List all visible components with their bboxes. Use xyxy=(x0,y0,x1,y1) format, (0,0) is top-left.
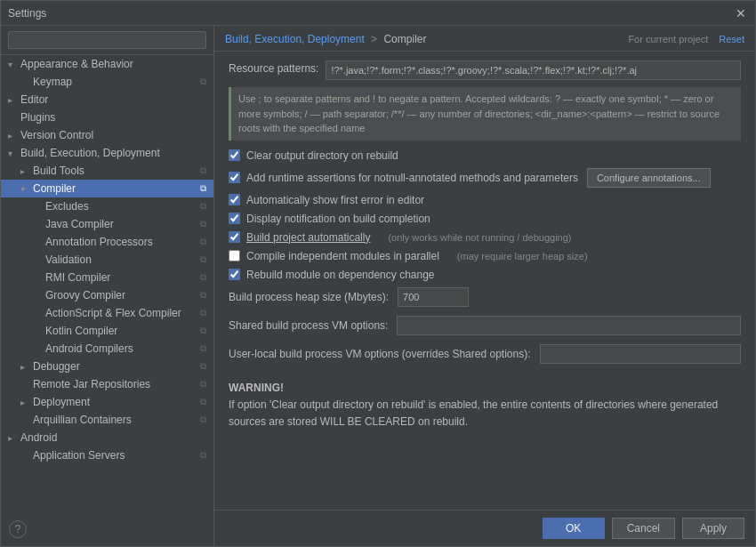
arrow-icon: ▸ xyxy=(20,362,33,372)
checkbox-label-cb2[interactable]: Add runtime assertions for notnull-annot… xyxy=(246,172,578,184)
sidebar-item-version-control[interactable]: ▸Version Control xyxy=(1,126,213,144)
sidebar-item-label: Editor xyxy=(20,93,206,106)
reset-link[interactable]: Reset xyxy=(719,34,744,44)
sidebar-item-label: Java Compiler xyxy=(45,218,197,230)
sidebar-item-compiler[interactable]: ▾Compiler⧉ xyxy=(1,180,213,197)
checkbox-label-cb7[interactable]: Rebuild module on dependency change xyxy=(246,269,435,281)
field-input-f1[interactable] xyxy=(398,287,469,307)
settings-window: Settings ✕ ▾Appearance & BehaviorKeymap⧉… xyxy=(0,0,756,547)
breadcrumb-separator: > xyxy=(371,33,377,45)
sidebar-item-app-servers[interactable]: Application Servers⧉ xyxy=(1,446,213,464)
checkbox-label-cb1[interactable]: Clear output directory on rebuild xyxy=(246,149,398,162)
sidebar-item-label: RMI Compiler xyxy=(45,271,197,284)
field-row-f1: Build process heap size (Mbytes): xyxy=(229,287,741,307)
sidebar-tree: ▾Appearance & BehaviorKeymap⧉▸EditorPlug… xyxy=(1,55,213,546)
sidebar-item-label: Appearance & Behavior xyxy=(20,58,206,70)
window-title: Settings xyxy=(8,7,736,20)
checkbox-row-cb2: Add runtime assertions for notnull-annot… xyxy=(229,168,741,188)
sidebar-item-label: Remote Jar Repositories xyxy=(33,378,197,390)
search-input[interactable] xyxy=(8,31,206,49)
checkbox-cb3[interactable] xyxy=(229,194,240,205)
sidebar-item-java-compiler[interactable]: Java Compiler⧉ xyxy=(1,215,213,233)
field-row-f3: User-local build process VM options (ove… xyxy=(229,344,741,364)
sidebar-item-validation[interactable]: Validation⧉ xyxy=(1,251,213,269)
copy-icon: ⧉ xyxy=(200,219,206,229)
checkboxes-container: Clear output directory on rebuildAdd run… xyxy=(229,149,741,281)
sidebar-item-plugins[interactable]: Plugins xyxy=(1,109,213,126)
sidebar-item-excludes[interactable]: Excludes⧉ xyxy=(1,197,213,215)
checkbox-row-cb6: Compile independent modules in parallel(… xyxy=(229,250,741,262)
sidebar-item-label: Build, Execution, Deployment xyxy=(20,147,206,159)
checkbox-cb7[interactable] xyxy=(229,269,240,280)
sidebar-item-label: Excludes xyxy=(45,200,197,213)
titlebar: Settings ✕ xyxy=(1,1,755,26)
checkbox-cb6[interactable] xyxy=(229,250,240,261)
sidebar-item-build-tools[interactable]: ▸Build Tools⧉ xyxy=(1,162,213,180)
copy-icon: ⧉ xyxy=(200,165,206,176)
sidebar-item-label: Validation xyxy=(45,253,197,266)
checkbox-row-cb5: Build project automatically(only works w… xyxy=(229,231,741,244)
checkbox-label-cb6[interactable]: Compile independent modules in parallel xyxy=(246,250,439,262)
sidebar-item-label: Plugins xyxy=(20,111,206,124)
sidebar-item-deployment[interactable]: ▸Deployment⧉ xyxy=(1,393,213,411)
field-input-f2[interactable] xyxy=(397,316,741,335)
sidebar-item-label: Groovy Compiler xyxy=(45,289,197,302)
resource-patterns-input[interactable] xyxy=(326,60,741,80)
search-box xyxy=(1,26,213,55)
checkbox-label-cb3[interactable]: Automatically show first error in editor xyxy=(246,194,424,206)
ok-button[interactable]: OK xyxy=(543,518,605,539)
hint-text: Use ; to separate patterns and ! to nega… xyxy=(238,93,720,133)
sidebar-item-label: Version Control xyxy=(20,129,206,141)
sidebar: ▾Appearance & BehaviorKeymap⧉▸EditorPlug… xyxy=(1,26,214,546)
cancel-button[interactable]: Cancel xyxy=(612,518,675,539)
checkbox-cb1[interactable] xyxy=(229,149,240,161)
arrow-icon: ▸ xyxy=(8,131,20,141)
sidebar-item-groovy-compiler[interactable]: Groovy Compiler⧉ xyxy=(1,286,213,304)
arrow-icon: ▾ xyxy=(20,184,33,194)
copy-icon: ⧉ xyxy=(200,272,206,283)
apply-button[interactable]: Apply xyxy=(682,518,744,539)
breadcrumb: Build, Execution, Deployment > Compiler xyxy=(225,33,610,45)
checkbox-cb2[interactable] xyxy=(229,172,240,183)
sidebar-item-actionscript[interactable]: ActionScript & Flex Compiler⧉ xyxy=(1,304,213,322)
checkbox-cb4[interactable] xyxy=(229,213,240,224)
resource-patterns-label: Resource patterns: xyxy=(229,60,318,75)
arrow-icon: ▸ xyxy=(20,166,33,176)
close-button[interactable]: ✕ xyxy=(736,7,748,20)
sidebar-item-rmi-compiler[interactable]: RMI Compiler⧉ xyxy=(1,269,213,286)
hint-box: Use ; to separate patterns and ! to nega… xyxy=(229,87,741,141)
sidebar-item-label: Android xyxy=(20,431,206,444)
checkbox-label-cb4[interactable]: Display notification on build completion xyxy=(246,213,430,225)
checkbox-row-cb7: Rebuild module on dependency change xyxy=(229,269,741,281)
sidebar-item-debugger[interactable]: ▸Debugger⧉ xyxy=(1,358,213,375)
warning-box: WARNING! If option 'Clear output directo… xyxy=(229,373,741,431)
sidebar-item-android[interactable]: ▸Android xyxy=(1,429,213,446)
sidebar-item-kotlin-compiler[interactable]: Kotlin Compiler⧉ xyxy=(1,322,213,340)
copy-icon: ⧉ xyxy=(200,361,206,372)
sidebar-item-build-exec[interactable]: ▾Build, Execution, Deployment xyxy=(1,144,213,162)
copy-icon: ⧉ xyxy=(200,326,206,336)
sidebar-item-android-compilers[interactable]: Android Compilers⧉ xyxy=(1,340,213,358)
checkbox-label-cb5[interactable]: Build project automatically xyxy=(246,231,370,244)
sidebar-item-appearance[interactable]: ▾Appearance & Behavior xyxy=(1,55,213,73)
sidebar-item-annotation-proc[interactable]: Annotation Processors⧉ xyxy=(1,233,213,251)
copy-icon: ⧉ xyxy=(200,379,206,390)
sidebar-item-label: Application Servers xyxy=(33,449,197,462)
sidebar-item-label: ActionScript & Flex Compiler xyxy=(45,307,197,319)
copy-icon: ⧉ xyxy=(200,76,206,87)
sidebar-item-arquillian[interactable]: Arquillian Containers⧉ xyxy=(1,411,213,429)
breadcrumb-parent[interactable]: Build, Execution, Deployment xyxy=(225,33,365,45)
arrow-icon: ▸ xyxy=(8,433,20,443)
checkbox-cb5[interactable] xyxy=(229,231,240,243)
sidebar-item-label: Debugger xyxy=(33,360,197,373)
sidebar-item-remote-jar[interactable]: Remote Jar Repositories⧉ xyxy=(1,375,213,393)
copy-icon: ⧉ xyxy=(200,414,206,425)
field-input-f3[interactable] xyxy=(540,344,742,364)
copy-icon: ⧉ xyxy=(200,308,206,318)
copy-icon: ⧉ xyxy=(200,397,206,407)
copy-icon: ⧉ xyxy=(200,201,206,212)
field-label-f1: Build process heap size (Mbytes): xyxy=(229,291,389,303)
sidebar-item-editor[interactable]: ▸Editor xyxy=(1,91,213,109)
configure-annotations-button[interactable]: Configure annotations... xyxy=(587,168,711,188)
sidebar-item-keymap[interactable]: Keymap⧉ xyxy=(1,73,213,91)
